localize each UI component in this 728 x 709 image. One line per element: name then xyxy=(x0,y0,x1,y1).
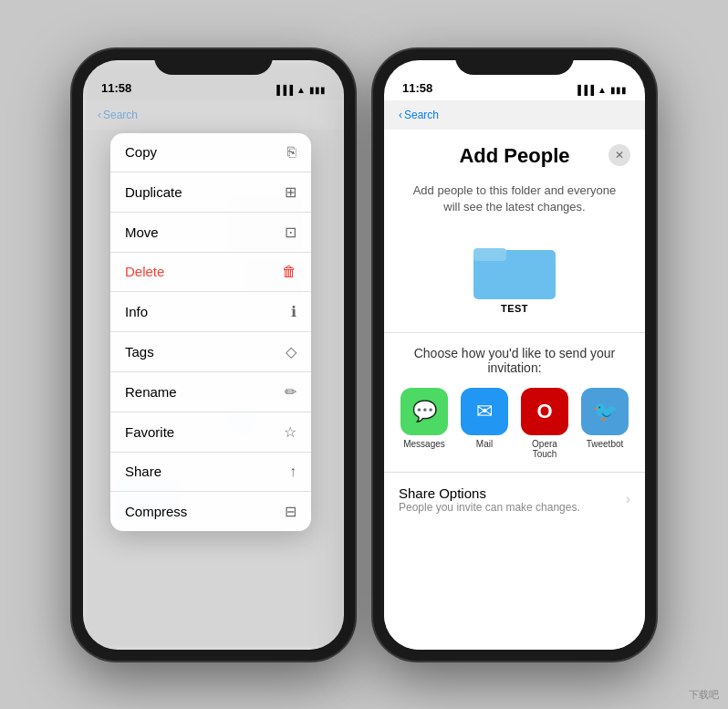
share-options-row[interactable]: Share Options People you invite can make… xyxy=(384,472,645,527)
tweetbot-app-icon: 🐦 xyxy=(581,388,629,435)
menu-label-favorite: Favorite xyxy=(125,424,174,440)
messages-app-label: Messages xyxy=(403,439,445,449)
menu-label-share: Share xyxy=(125,464,161,479)
wifi-icon-right: ▲ xyxy=(598,85,607,95)
share-options-chevron: › xyxy=(626,491,630,507)
menu-label-info: Info xyxy=(125,304,148,319)
notch-right xyxy=(455,49,574,75)
left-phone: 11:58 ▐▐▐ ▲ ▮▮▮ ‹ Search Copy ⎘ Duplicat… xyxy=(72,49,355,661)
close-icon: ✕ xyxy=(615,149,624,162)
share-options-title: Share Options xyxy=(399,485,580,501)
context-menu: Copy ⎘ Duplicate ⊞ Move ⊡ Delete 🗑 Info … xyxy=(110,133,311,531)
compress-icon: ⊟ xyxy=(285,503,296,520)
mail-app-icon: ✉ xyxy=(461,388,508,435)
app-icons-row: 💬 Messages ✉ Mail O xyxy=(399,388,630,459)
signal-icon-right: ▐▐▐ xyxy=(575,85,594,95)
menu-label-duplicate: Duplicate xyxy=(125,184,182,200)
opera-app-icon: O xyxy=(521,388,568,435)
delete-icon: 🗑 xyxy=(282,264,296,280)
choose-section: Choose how you'd like to send your invit… xyxy=(384,333,645,468)
tags-icon: ◇ xyxy=(286,343,296,360)
modal-subtitle: Add people to this folder and everyone w… xyxy=(384,182,645,230)
move-icon: ⊡ xyxy=(285,224,296,241)
folder-name: TEST xyxy=(501,303,528,314)
copy-icon: ⎘ xyxy=(287,144,296,161)
menu-item-tags[interactable]: Tags ◇ xyxy=(110,332,311,372)
tweetbot-icon-glyph: 🐦 xyxy=(593,400,618,423)
back-chevron-right: ‹ xyxy=(399,109,402,121)
status-icons-right: ▐▐▐ ▲ ▮▮▮ xyxy=(575,85,627,95)
menu-label-tags: Tags xyxy=(125,344,154,360)
share-icon: ↑ xyxy=(289,464,296,480)
back-button-right[interactable]: ‹ Search xyxy=(399,109,439,121)
messages-app-icon: 💬 xyxy=(400,388,448,435)
choose-label: Choose how you'd like to send your invit… xyxy=(399,346,630,375)
favorite-icon: ☆ xyxy=(284,423,296,441)
right-phone-screen: 11:58 ▐▐▐ ▲ ▮▮▮ ‹ Search Add People ✕ xyxy=(384,60,645,650)
menu-label-delete: Delete xyxy=(125,264,164,279)
folder-icon-right xyxy=(473,239,556,303)
menu-item-copy[interactable]: Copy ⎘ xyxy=(110,133,311,172)
menu-item-favorite[interactable]: Favorite ☆ xyxy=(110,412,311,453)
menu-item-move[interactable]: Move ⊡ xyxy=(110,213,311,253)
mail-app-label: Mail xyxy=(476,439,493,449)
modal-close-button[interactable]: ✕ xyxy=(608,144,630,166)
add-people-modal: Add People ✕ Add people to this folder a… xyxy=(384,130,645,650)
battery-icon-right: ▮▮▮ xyxy=(610,85,627,95)
messages-icon-glyph: 💬 xyxy=(412,400,437,423)
app-item-tweetbot[interactable]: 🐦 Tweetbot xyxy=(579,388,630,459)
app-item-mail[interactable]: ✉ Mail xyxy=(459,388,510,459)
signal-icon: ▐▐▐ xyxy=(274,85,293,95)
wifi-icon: ▲ xyxy=(296,85,306,95)
duplicate-icon: ⊞ xyxy=(285,183,296,201)
battery-icon: ▮▮▮ xyxy=(309,85,326,95)
app-item-opera[interactable]: O Opera Touch xyxy=(519,388,570,459)
left-phone-screen: 11:58 ▐▐▐ ▲ ▮▮▮ ‹ Search Copy ⎘ Duplicat… xyxy=(83,60,344,650)
menu-item-duplicate[interactable]: Duplicate ⊞ xyxy=(110,172,311,213)
tweetbot-app-label: Tweetbot xyxy=(587,439,624,449)
modal-folder-section: TEST xyxy=(384,230,645,333)
mail-icon-glyph: ✉ xyxy=(476,400,493,423)
time-right: 11:58 xyxy=(402,81,432,95)
menu-label-copy: Copy xyxy=(125,144,157,160)
menu-item-delete[interactable]: Delete 🗑 xyxy=(110,253,311,292)
svg-rect-3 xyxy=(473,248,506,261)
share-options-subtitle: People you invite can make changes. xyxy=(399,501,580,514)
rename-icon: ✏ xyxy=(285,383,296,401)
menu-item-rename[interactable]: Rename ✏ xyxy=(110,372,311,412)
status-icons-left: ▐▐▐ ▲ ▮▮▮ xyxy=(274,85,326,95)
app-item-messages[interactable]: 💬 Messages xyxy=(399,388,450,459)
notch-left xyxy=(154,49,273,75)
menu-item-share[interactable]: Share ↑ xyxy=(110,453,311,492)
modal-header: Add People ✕ xyxy=(384,130,645,182)
menu-label-compress: Compress xyxy=(125,504,187,519)
modal-title: Add People xyxy=(459,144,569,168)
right-phone: 11:58 ▐▐▐ ▲ ▮▮▮ ‹ Search Add People ✕ xyxy=(373,49,656,661)
menu-label-move: Move xyxy=(125,224,159,240)
watermark: 下载吧 xyxy=(689,688,719,702)
menu-label-rename: Rename xyxy=(125,384,177,400)
opera-icon-glyph: O xyxy=(536,400,552,423)
share-options-left: Share Options People you invite can make… xyxy=(399,485,580,514)
time-left: 11:58 xyxy=(101,81,131,95)
menu-item-compress[interactable]: Compress ⊟ xyxy=(110,492,311,531)
info-icon: ℹ xyxy=(291,303,296,320)
back-label-right: Search xyxy=(404,109,439,121)
opera-app-label: Opera Touch xyxy=(519,439,570,459)
nav-bar-right: ‹ Search xyxy=(384,100,645,130)
menu-item-info[interactable]: Info ℹ xyxy=(110,292,311,332)
